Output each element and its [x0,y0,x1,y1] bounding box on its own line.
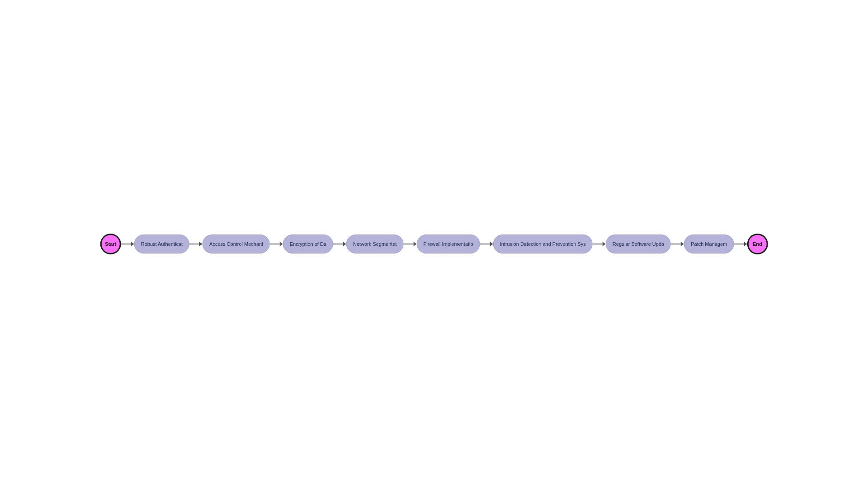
node-patch[interactable]: Patch Managem [684,235,734,253]
node-encryption[interactable]: Encryption of Da [283,235,333,253]
arrow-6 [480,242,493,246]
start-node[interactable]: Start [100,234,121,254]
node-firewall-label: Firewall Implementatio [424,241,473,247]
arrow-5 [404,242,417,246]
start-label: Start [105,241,116,247]
node-intrusion[interactable]: Intrusion Detection and Prevention Sys [493,235,593,253]
end-node[interactable]: End [747,234,768,254]
node-regular-software[interactable]: Regular Software Upda [606,235,671,253]
arrow-1 [121,242,134,246]
end-label: End [753,241,762,247]
node-patch-label: Patch Managem [691,241,727,247]
arrow-2 [189,242,203,246]
node-robust-auth[interactable]: Robust Authenticat [134,235,189,253]
arrow-9 [734,242,747,246]
node-network-seg[interactable]: Network Segmentat [346,235,404,253]
node-access-control-label: Access Control Mechani [209,241,263,247]
canvas: Start Robust Authenticat Access Control … [0,0,868,488]
arrow-7 [593,242,606,246]
flow-container: Start Robust Authenticat Access Control … [100,234,768,254]
node-regular-software-label: Regular Software Upda [613,241,664,247]
arrow-3 [270,242,283,246]
arrow-8 [671,242,684,246]
node-robust-auth-label: Robust Authenticat [141,241,183,247]
node-access-control[interactable]: Access Control Mechani [203,235,270,253]
node-network-seg-label: Network Segmentat [353,241,397,247]
node-intrusion-label: Intrusion Detection and Prevention Sys [500,241,586,247]
node-firewall[interactable]: Firewall Implementatio [417,235,480,253]
node-encryption-label: Encryption of Da [290,241,326,247]
arrow-4 [333,242,346,246]
